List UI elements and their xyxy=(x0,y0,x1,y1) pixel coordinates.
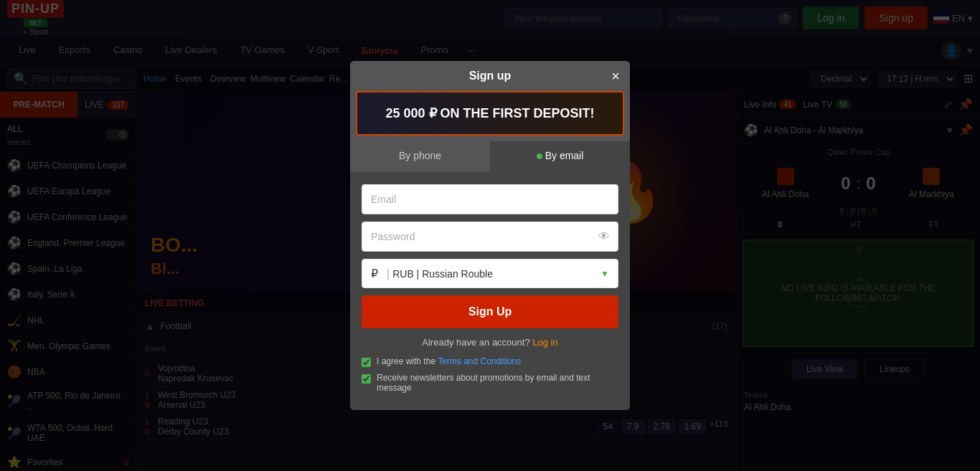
modal-overlay: × Sign up 25 000 ₽ ON THE FIRST DEPOSIT!… xyxy=(0,0,980,471)
signup-modal: × Sign up 25 000 ₽ ON THE FIRST DEPOSIT!… xyxy=(350,61,630,410)
tab-email[interactable]: By email xyxy=(490,141,630,172)
terms-link[interactable]: Terms and Conditions xyxy=(438,356,521,366)
modal-password-wrap: 👁 xyxy=(362,222,618,252)
newsletter-label: Receive newsletters about promotions by … xyxy=(377,373,618,393)
chevron-down-icon: ▼ xyxy=(600,269,609,279)
currency-text: RUB | Russian Rouble xyxy=(392,268,600,280)
terms-checkbox[interactable] xyxy=(362,358,371,367)
newsletter-checkbox-row: Receive newsletters about promotions by … xyxy=(362,373,618,393)
currency-selector[interactable]: ₽ | RUB | Russian Rouble ▼ xyxy=(362,259,618,288)
modal-body: 👁 ₽ | RUB | Russian Rouble ▼ Sign Up Alr… xyxy=(350,173,630,410)
modal-title-bar: Sign up xyxy=(350,61,630,85)
email-input[interactable] xyxy=(362,184,618,214)
modal-banner-text: 25 000 ₽ ON THE FIRST DEPOSIT! xyxy=(385,106,594,120)
active-dot xyxy=(537,153,542,159)
modal-tabs: By phone By email xyxy=(350,141,630,173)
eye-icon[interactable]: 👁 xyxy=(598,230,610,243)
tab-phone[interactable]: By phone xyxy=(350,141,490,172)
currency-pipe: | xyxy=(387,267,390,280)
modal-title: Sign up xyxy=(469,70,512,82)
currency-symbol: ₽ xyxy=(371,267,378,280)
newsletter-checkbox[interactable] xyxy=(362,374,371,384)
already-account: Already have an account? Log in xyxy=(362,337,618,348)
already-text: Already have an account? xyxy=(422,337,529,348)
modal-signup-button[interactable]: Sign Up xyxy=(362,295,618,328)
modal-banner: 25 000 ₽ ON THE FIRST DEPOSIT! xyxy=(356,91,624,135)
terms-label: I agree with the Terms and Conditions xyxy=(377,356,521,366)
terms-checkbox-row: I agree with the Terms and Conditions xyxy=(362,356,618,367)
modal-login-link[interactable]: Log in xyxy=(532,337,557,348)
modal-password-input[interactable] xyxy=(362,222,618,252)
modal-close-button[interactable]: × xyxy=(611,68,620,85)
